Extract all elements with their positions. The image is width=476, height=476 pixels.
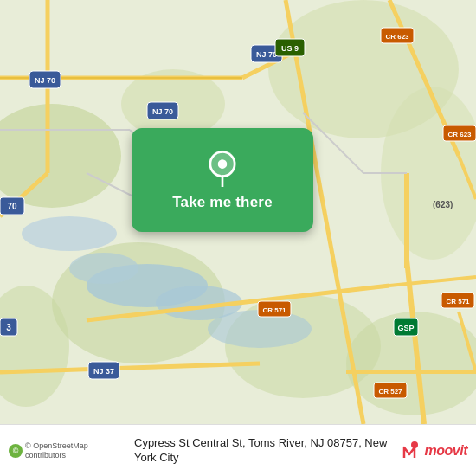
- svg-text:NJ 37: NJ 37: [93, 367, 114, 376]
- osm-icon: ©: [9, 444, 23, 458]
- svg-text:(623): (623): [433, 200, 453, 209]
- bottom-bar: © © OpenStreetMap contributors Cypress S…: [0, 424, 476, 476]
- moovit-icon: [397, 439, 421, 463]
- address-text: Cypress St Central St, Toms River, NJ 08…: [134, 436, 392, 466]
- svg-point-11: [69, 253, 138, 284]
- osm-attribution: © © OpenStreetMap contributors: [9, 441, 129, 460]
- action-button[interactable]: Take me there: [132, 128, 313, 232]
- action-button-label: Take me there: [172, 194, 273, 211]
- svg-point-13: [22, 216, 117, 251]
- svg-text:CR 623: CR 623: [447, 131, 472, 138]
- svg-text:CR 623: CR 623: [385, 33, 409, 41]
- svg-text:NJ 70: NJ 70: [35, 76, 55, 85]
- svg-text:CR 571: CR 571: [446, 298, 470, 306]
- moovit-logo: moovit: [397, 439, 467, 463]
- svg-text:GSP: GSP: [397, 324, 414, 332]
- osm-text: © OpenStreetMap contributors: [25, 441, 129, 460]
- svg-text:NJ 70: NJ 70: [152, 107, 173, 116]
- location-pin-icon: [203, 149, 241, 187]
- svg-text:CR 527: CR 527: [378, 388, 402, 396]
- svg-rect-65: [397, 439, 421, 463]
- svg-text:CR 571: CR 571: [262, 306, 286, 314]
- map-container: NJ 70 NJ 70 NJ 70 US 9 CR 623 CR 623 (62…: [0, 0, 476, 424]
- moovit-wordmark: moovit: [425, 443, 467, 459]
- svg-point-64: [218, 159, 228, 169]
- svg-text:70: 70: [7, 202, 17, 211]
- svg-text:NJ 70: NJ 70: [256, 50, 277, 59]
- svg-text:US 9: US 9: [281, 44, 299, 53]
- svg-text:3: 3: [6, 323, 11, 332]
